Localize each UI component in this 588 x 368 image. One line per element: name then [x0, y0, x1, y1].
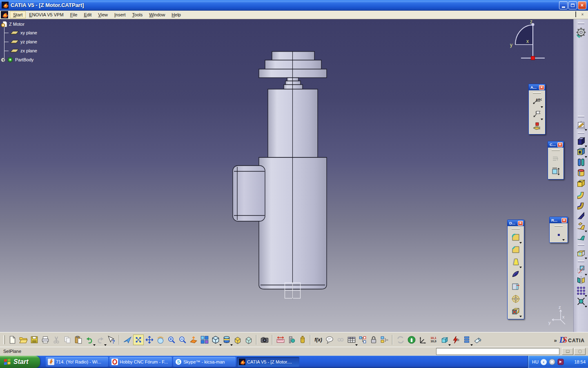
print-icon[interactable] [40, 334, 51, 345]
mirror-icon[interactable] [576, 275, 586, 285]
annotations-toolbar-titlebar[interactable]: A... × [529, 84, 545, 90]
shaded-edges-view-icon[interactable] [243, 334, 254, 345]
task-catia-active[interactable]: CATIA V5 - [Z Motor.... [237, 357, 299, 367]
close-button[interactable]: × [578, 1, 586, 9]
workbench-icon[interactable] [1, 11, 8, 18]
dressup-close-button[interactable]: × [518, 221, 523, 226]
stiffener-icon[interactable] [576, 210, 586, 221]
snap-grid-icon[interactable]: 10,110,0 [428, 334, 439, 345]
tree-node-root[interactable]: Z Motor [1, 20, 24, 28]
text-with-leader-icon[interactable]: ABC [532, 96, 542, 107]
formula-icon[interactable]: f(x) [313, 334, 324, 345]
shaded-view-icon[interactable] [232, 334, 243, 345]
menu-view[interactable]: View [95, 11, 111, 18]
multi-sections-solid-icon[interactable] [576, 221, 586, 231]
lock-icon[interactable] [368, 334, 379, 345]
toolbar-overflow-chevron[interactable]: » [554, 337, 557, 343]
toolbar-grip[interactable] [552, 150, 560, 151]
zoom-out-icon[interactable] [177, 334, 188, 345]
toolbar-grip[interactable] [578, 132, 584, 134]
parameters-list-icon[interactable]: }= [379, 334, 390, 345]
design-table-icon[interactable] [346, 334, 357, 345]
normal-view-icon[interactable] [188, 334, 199, 345]
tree-node-yz-plane[interactable]: yz plane [4, 38, 37, 45]
paste-icon[interactable] [73, 334, 84, 345]
task-skype[interactable]: S Skype™ - kicsa-man [173, 357, 236, 367]
zoom-in-icon[interactable] [166, 334, 177, 345]
redo-icon-disabled[interactable] [95, 334, 106, 345]
menu-window[interactable]: Window [146, 11, 168, 18]
constraint-dialog-icon[interactable] [550, 166, 561, 177]
shaft-icon[interactable] [576, 157, 586, 168]
menu-file[interactable]: File [67, 11, 81, 18]
constraints-toolbar-titlebar[interactable]: C... × [548, 141, 564, 148]
messenger-tray-icon[interactable] [549, 359, 555, 365]
expand-icon[interactable] [1, 58, 5, 62]
annotations-close-button[interactable]: × [539, 85, 544, 90]
copy-icon-disabled[interactable] [62, 334, 73, 345]
update-icon-disabled[interactable] [395, 334, 406, 345]
menu-help[interactable]: Help [168, 11, 184, 18]
constraint-icon-disabled[interactable] [550, 154, 561, 164]
toolbar-grip[interactable] [3, 335, 5, 344]
tree-label-zx-plane[interactable]: zx plane [20, 48, 37, 53]
cut-icon-disabled[interactable] [51, 334, 62, 345]
part-3d-model[interactable] [233, 52, 327, 299]
knowledge-button[interactable] [574, 348, 586, 355]
tree-label-xy-plane[interactable]: xy plane [20, 30, 37, 35]
language-indicator[interactable]: HU [532, 359, 539, 364]
multi-view-icon[interactable] [199, 334, 210, 345]
whats-this-icon[interactable]: ? [106, 334, 117, 345]
toolbar-grip[interactable] [578, 244, 584, 246]
workbench-gear-icon[interactable] [575, 26, 587, 38]
tree-label-yz-plane[interactable]: yz plane [20, 39, 37, 44]
toolbar-grip[interactable] [555, 225, 563, 227]
scaling-icon[interactable] [576, 296, 586, 307]
measure-between-icon[interactable] [275, 334, 286, 345]
save-icon[interactable] [29, 334, 40, 345]
tree-node-zx-plane[interactable]: zx plane [4, 47, 37, 54]
toolbar-grip[interactable] [512, 228, 520, 229]
rotate-icon[interactable] [155, 334, 166, 345]
sketcher-icon[interactable] [576, 119, 586, 130]
specification-graph-icon[interactable] [357, 334, 368, 345]
shell-feature-icon[interactable] [510, 269, 521, 280]
render-style-icon[interactable] [221, 334, 232, 345]
child-close-button[interactable]: × [579, 12, 586, 18]
rectangular-pattern-icon[interactable] [576, 285, 586, 296]
menu-edit[interactable]: Edit [80, 11, 95, 18]
menu-tools[interactable]: Tools [129, 11, 146, 18]
new-document-icon[interactable] [7, 334, 18, 345]
media-tray-icon[interactable] [557, 359, 564, 365]
remove-face-icon[interactable] [510, 306, 521, 316]
fit-all-in-icon[interactable] [133, 334, 144, 345]
tree-root-label[interactable]: Z Motor [9, 22, 24, 27]
child-minimize-button[interactable] [566, 12, 572, 18]
list-view-icon[interactable] [461, 334, 472, 345]
dressup-toolbar-titlebar[interactable]: D... × [508, 220, 524, 226]
hole-icon[interactable] [576, 178, 586, 189]
pocket-icon[interactable] [576, 146, 586, 157]
translation-icon[interactable] [576, 264, 586, 275]
toolbar-grip[interactable] [578, 116, 584, 117]
removed-multi-sections-icon[interactable] [576, 231, 586, 242]
task-winamp[interactable]: 714. (Yo! Radio) - Wi... [46, 357, 108, 367]
tap-thread-icon[interactable] [510, 294, 521, 304]
menu-insert[interactable]: Insert [111, 11, 129, 18]
link-icon-disabled[interactable] [335, 334, 346, 345]
slot-icon[interactable] [576, 200, 586, 210]
tree-label-partbody[interactable]: PartBody [15, 57, 33, 62]
dialog-expand-button[interactable] [562, 348, 573, 355]
menu-enovia[interactable]: ENOVIA V5 VPM [26, 11, 67, 18]
manipulation-globe-icon[interactable] [406, 334, 417, 345]
start-button[interactable]: Start [0, 356, 40, 368]
fly-mode-icon[interactable] [122, 334, 133, 345]
toolbar-grip[interactable] [533, 92, 541, 94]
thickness-icon[interactable] [510, 281, 521, 292]
menu-start[interactable]: Start [10, 11, 26, 18]
interference-icon[interactable] [450, 334, 461, 345]
constraints-close-button[interactable]: × [557, 142, 563, 147]
power-input-field[interactable] [436, 348, 559, 355]
measure-item-icon[interactable] [286, 334, 297, 345]
compass[interactable]: z y x [510, 19, 545, 60]
